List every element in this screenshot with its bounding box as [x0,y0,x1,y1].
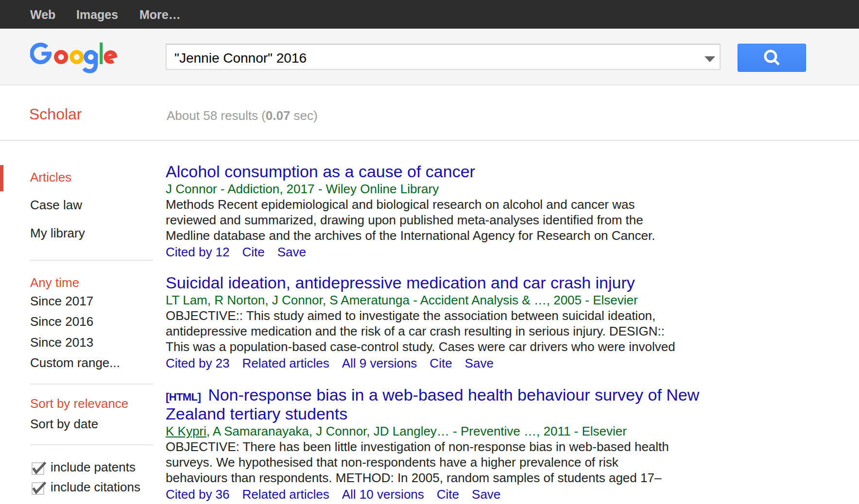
include-patents-label: include patents [51,460,136,474]
result-authors: K Kypri, A Samaranayaka, J Connor, JD La… [166,423,788,439]
search-result: Suicidal ideation, antidepressive medica… [166,273,788,371]
checkmark-icon [33,463,49,480]
nav-more[interactable]: More… [139,0,181,29]
nav-images[interactable]: Images [76,0,118,29]
sidebar-item-since-2013[interactable]: Since 2013 [30,336,93,349]
search-header [0,29,859,85]
sidebar-item-case-law[interactable]: Case law [30,199,82,211]
result-title-link[interactable]: Suicidal ideation, antidepressive medica… [166,273,635,292]
nav-web[interactable]: Web [30,0,55,29]
sidebar-item-since-2016[interactable]: Since 2016 [30,315,93,328]
result-action-link[interactable]: Cited by 23 [166,356,230,370]
result-count-suffix: sec) [290,108,317,123]
result-action-link[interactable]: Cite [242,245,265,259]
search-result: Alcohol consumption as a cause of cancer… [166,162,788,260]
author-profile-link[interactable]: K Kypri [166,424,206,438]
sidebar-item-sort-relevance[interactable]: Sort by relevance [30,397,128,410]
result-count-time: 0.07 [266,108,291,123]
sidebar-item-custom-range[interactable]: Custom range... [30,356,120,369]
html-availability-tag: [HTML] [166,391,208,403]
google-logo[interactable] [30,42,118,74]
magnifier-icon [761,47,783,68]
selected-item-accent-bar [0,165,3,191]
checkmark-icon [33,483,49,500]
sidebar-item-any-time[interactable]: Any time [30,276,79,289]
result-snippet: OBJECTIVE: There has been little investi… [166,439,788,486]
google-wordmark-icon [30,42,118,74]
top-navigation-bar: Web Images More… [0,0,859,29]
search-options-dropdown-icon[interactable] [704,56,715,62]
result-count: About 58 results (0.07 sec) [167,109,318,122]
include-patents-checkbox[interactable] [32,462,44,475]
result-title-link[interactable]: Alcohol consumption as a cause of cancer [166,162,475,181]
include-citations-label: include citations [51,480,140,494]
result-count-prefix: About 58 results ( [167,108,266,123]
sidebar-divider [30,444,153,445]
result-action-link[interactable]: Cited by 12 [166,245,230,259]
result-actions: Cited by 23Related articlesAll 9 version… [166,355,788,371]
result-action-link[interactable]: Related articles [242,487,329,502]
result-action-link[interactable]: Related articles [242,356,329,370]
search-input[interactable] [174,46,689,70]
result-action-link[interactable]: Cite [437,487,459,502]
result-title: [HTML]Non-response bias in a web-based h… [166,386,788,423]
result-title: Suicidal ideation, antidepressive medica… [166,273,788,292]
result-action-link[interactable]: All 10 versions [342,487,424,502]
result-action-link[interactable]: Save [277,245,306,259]
sidebar-item-sort-date[interactable]: Sort by date [30,418,98,430]
result-action-link[interactable]: Save [465,356,494,370]
result-authors: J Connor - Addiction, 2017 - Wiley Onlin… [166,181,788,197]
result-snippet: OBJECTIVE:: This study aimed to investig… [166,308,788,354]
include-citations-checkbox[interactable] [32,482,44,495]
result-title-link[interactable]: Non-response bias in a web-based health … [166,386,699,423]
sidebar-divider [30,384,153,385]
search-button[interactable] [738,44,806,72]
result-action-link[interactable]: Save [472,487,500,502]
scholar-home-link[interactable]: Scholar [29,106,82,122]
sidebar-item-my-library[interactable]: My library [30,227,85,239]
result-authors: LT Lam, R Norton, J Connor, S Ameratunga… [166,292,788,308]
result-title: Alcohol consumption as a cause of cancer [166,162,788,181]
result-authors-rest: , A Samaranayaka, J Connor, JD Langley… … [206,424,627,438]
result-action-link[interactable]: Cited by 36 [166,487,230,502]
search-box [166,44,721,70]
result-action-link[interactable]: All 9 versions [342,356,417,370]
sidebar-divider [30,260,153,261]
search-result: [HTML]Non-response bias in a web-based h… [166,386,788,502]
result-action-link[interactable]: Cite [430,356,452,370]
sidebar-item-articles[interactable]: Articles [30,171,71,184]
sidebar-item-since-2017[interactable]: Since 2017 [30,295,93,307]
result-actions: Cited by 36Related articlesAll 10 versio… [166,487,788,502]
result-actions: Cited by 12CiteSave [166,244,788,260]
result-snippet: Methods Recent epidemiological and biolo… [166,197,788,243]
header-divider [0,140,859,141]
